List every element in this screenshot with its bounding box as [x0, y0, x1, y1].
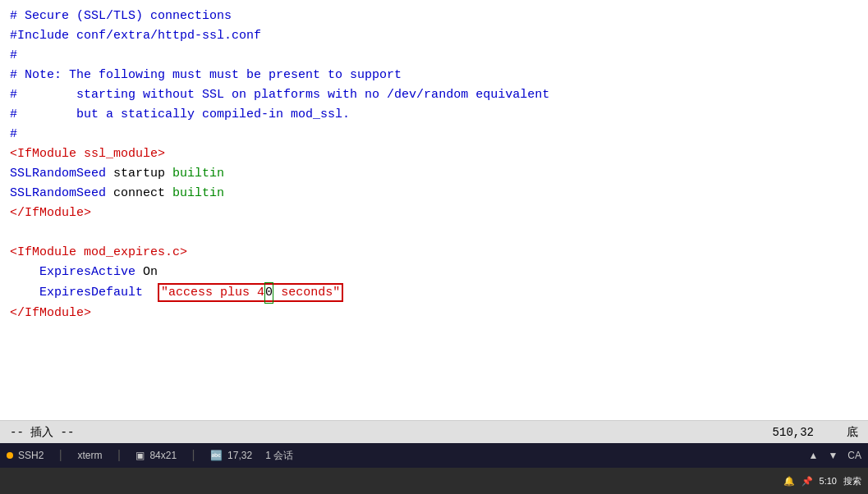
expires-default-line: ExpiresDefault "access plus 40 seconds": [10, 282, 858, 304]
taskbar: SSH2 | xterm | ▣ 84x21 | 🔤 17,32 1 会话 ▲ …: [0, 443, 868, 468]
code-line: [10, 323, 858, 343]
tray-icon-2: 📌: [801, 476, 813, 487]
ssh-label: SSH2: [18, 450, 44, 461]
code-line: </IfModule>: [10, 204, 858, 223]
code-line: SSLRandomSeed connect builtin: [10, 184, 858, 204]
tray-time: 5:10: [820, 476, 837, 486]
system-tray: 🔔 📌 5:10 搜索: [0, 468, 868, 494]
code-line: SSLRandomSeed startup builtin: [10, 164, 858, 184]
editor-mode: -- 插入 --: [10, 425, 773, 440]
code-line: ExpiresActive On: [10, 263, 858, 282]
code-line: #: [10, 125, 858, 144]
tray-icon-1: 🔔: [783, 476, 795, 487]
window-size: ▣ 84x21: [135, 450, 177, 461]
session-value: 1 会话: [265, 449, 293, 463]
caps-lock-indicator: CA: [847, 450, 861, 461]
scroll-position: 底: [847, 425, 858, 440]
size-icon: ▣: [135, 450, 145, 461]
editor-area[interactable]: # Secure (SSL/TLS) connections #Include …: [0, 0, 868, 420]
ssh-status-dot: [7, 452, 13, 459]
code-line: # Secure (SSL/TLS) connections: [10, 7, 858, 26]
status-bar: -- 插入 -- 510,32 底: [0, 420, 868, 443]
up-arrow-button[interactable]: ▲: [809, 450, 819, 461]
encoding-value: 17,32: [227, 450, 252, 461]
code-line: # starting without SSL on platforms with…: [10, 85, 858, 105]
ssh-item: SSH2: [7, 450, 44, 461]
code-line: <IfModule mod_expires.c>: [10, 243, 858, 263]
code-line: # but a statically compiled-in mod_ssl.: [10, 105, 858, 125]
session-item: 1 会话: [265, 449, 293, 463]
encoding-icon: 🔤: [210, 450, 223, 461]
code-line: #: [10, 46, 858, 66]
code-line: # Note: The following must must be prese…: [10, 66, 858, 85]
taskbar-separator-2: |: [115, 449, 122, 463]
code-line: </IfModule>: [10, 304, 858, 323]
terminal-label: xterm: [77, 450, 102, 461]
encoding-item: 🔤 17,32: [210, 450, 252, 461]
cursor-position: 510,32: [773, 426, 814, 439]
size-value: 84x21: [149, 450, 177, 461]
taskbar-right: ▲ ▼ CA: [809, 450, 861, 461]
down-arrow-button[interactable]: ▼: [828, 450, 838, 461]
taskbar-separator: |: [57, 449, 64, 463]
code-line: #Include conf/extra/httpd-ssl.conf: [10, 26, 858, 46]
taskbar-separator-3: |: [190, 449, 197, 463]
tray-search[interactable]: 搜索: [843, 475, 861, 487]
code-line: [10, 223, 858, 243]
cursor: 0: [264, 282, 273, 304]
code-line: <IfModule ssl_module>: [10, 144, 858, 164]
highlight-box: "access plus 40 seconds": [158, 283, 343, 302]
terminal-type: xterm: [77, 450, 102, 461]
